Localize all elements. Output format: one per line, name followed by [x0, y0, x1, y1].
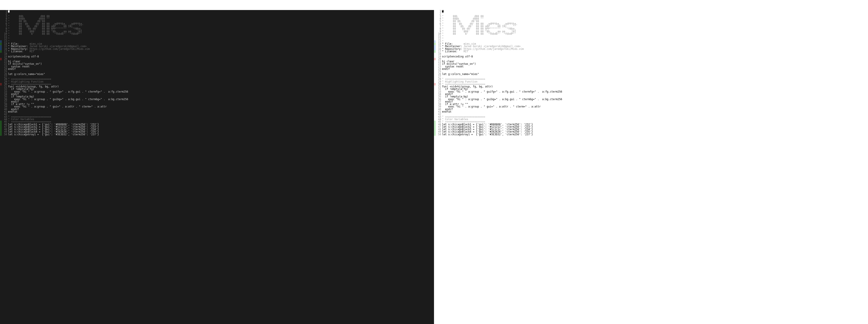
- code-line[interactable]: exec "hi " . a:group . " gui=" . a:attr …: [8, 105, 434, 108]
- code-line[interactable]: ": [8, 35, 434, 38]
- code-line[interactable]: hi clear: [8, 60, 434, 63]
- code-line[interactable]: " ==========================: [8, 83, 434, 86]
- left-pane[interactable]: 1234567891011121314151617181920212223242…: [0, 10, 434, 324]
- code-line[interactable]: fun! <sid>hi(group, fg, bg, attr): [442, 86, 868, 88]
- code-line[interactable]: " 888b d888 "": [8, 18, 434, 20]
- code-line[interactable]: ": [442, 40, 868, 43]
- code-line[interactable]: let g:colors_name="mies": [442, 73, 868, 75]
- sign-mod: [0, 48, 2, 50]
- code-line[interactable]: [8, 70, 434, 73]
- code-line[interactable]: endfun: [8, 110, 434, 113]
- sign-none: [0, 73, 2, 75]
- code-line[interactable]: " 88 `8' 88 88 `"Ybbd8"' `"YbbdP"': [8, 33, 434, 35]
- sign-none: [434, 53, 436, 55]
- sign-none: [434, 75, 436, 78]
- code-line[interactable]: hi clear: [442, 60, 868, 63]
- sign-none: [0, 103, 2, 105]
- code-line[interactable]: endif: [442, 68, 868, 70]
- code-line[interactable]: [442, 75, 868, 78]
- code-line[interactable]: endif: [8, 101, 434, 103]
- code-line[interactable]: endif: [442, 93, 868, 95]
- sign-add: [434, 123, 436, 126]
- code-line[interactable]: scriptencoding utf-8: [442, 56, 868, 58]
- code-line[interactable]: ": [442, 10, 868, 12]
- code-line[interactable]: " ==========================: [8, 78, 434, 80]
- code-line[interactable]: endif: [8, 93, 434, 95]
- sign-none: [0, 38, 2, 40]
- code-line[interactable]: let s:chicagoGray1 = {'gui': '#3E3D32', …: [442, 133, 868, 136]
- code-line[interactable]: ": [8, 10, 434, 12]
- code-line[interactable]: [8, 75, 434, 78]
- linenr: 50: [2, 133, 7, 136]
- sign-none: [434, 113, 436, 116]
- sign-none: [0, 35, 2, 38]
- sign-none: [434, 73, 436, 75]
- code-line[interactable]: " ==========================: [442, 78, 868, 80]
- code-line[interactable]: [442, 70, 868, 73]
- code-line[interactable]: [442, 58, 868, 60]
- code-line[interactable]: [442, 53, 868, 55]
- code-line[interactable]: " ==========================: [8, 116, 434, 118]
- sign-add: [0, 43, 2, 45]
- sign-none: [0, 20, 2, 23]
- sign-del: [434, 58, 436, 60]
- code-line[interactable]: " ==========================: [442, 83, 868, 86]
- code-line[interactable]: scriptencoding utf-8: [8, 56, 434, 58]
- code-line[interactable]: [8, 53, 434, 55]
- code-line[interactable]: ": [442, 12, 868, 15]
- sign-none: [0, 118, 2, 121]
- code-line[interactable]: " Color Variables: [442, 118, 868, 121]
- code-line[interactable]: " Highlighting Function: [8, 80, 434, 83]
- sign-none: [434, 116, 436, 118]
- code-line[interactable]: if exists("syntax_on"): [442, 63, 868, 65]
- linenr: 50: [436, 133, 441, 136]
- code-line[interactable]: if exists("syntax_on"): [8, 63, 434, 65]
- code-line[interactable]: syntax reset: [8, 65, 434, 68]
- code-line[interactable]: [8, 58, 434, 60]
- code-line[interactable]: " Repository: https://github.com/jaredgo…: [442, 48, 868, 50]
- code-line[interactable]: [442, 113, 868, 116]
- sign-none: [434, 108, 436, 110]
- code-line[interactable]: " Color Variables: [8, 118, 434, 121]
- code-line[interactable]: " Highlighting Function: [442, 80, 868, 83]
- code-line[interactable]: endif: [8, 68, 434, 70]
- sign-none: [0, 93, 2, 95]
- code-line[interactable]: endif: [442, 101, 868, 103]
- sign-none: [434, 65, 436, 68]
- sign-none: [434, 15, 436, 18]
- code-line[interactable]: let s:chicagoGray1 = {'gui': '#3E3D32', …: [8, 133, 434, 136]
- code-line[interactable]: ": [442, 35, 868, 38]
- right-pane[interactable]: 1234567891011121314151617181920212223242…: [434, 10, 868, 324]
- code-line[interactable]: syntax reset: [442, 65, 868, 68]
- right-code[interactable]: """ 88b d88 88" 888b d888 """ 88`8b d8'8…: [442, 10, 868, 324]
- left-code[interactable]: """ 88b d88 88" 888b d888 """ 88`8b d8'8…: [8, 10, 434, 324]
- code-line[interactable]: fun! <sid>hi(group, fg, bg, attr): [8, 86, 434, 88]
- code-line[interactable]: exec "hi " . a:group . " guibg=" . a:bg.…: [442, 98, 868, 101]
- code-line[interactable]: " Repository: https://github.com/jaredgo…: [8, 48, 434, 50]
- code-line[interactable]: ": [8, 12, 434, 15]
- sign-none: [0, 91, 2, 93]
- sign-add: [434, 131, 436, 133]
- code-line[interactable]: " ==========================: [442, 116, 868, 118]
- code-line[interactable]: " 88b d88 88: [442, 15, 868, 18]
- code-line[interactable]: " 888b d888 "": [442, 18, 868, 20]
- code-line[interactable]: exec "hi " . a:group . " guifg=" . a:fg.…: [8, 91, 434, 93]
- code-line[interactable]: endif: [442, 108, 868, 110]
- sign-mod: [434, 40, 436, 43]
- sign-none: [434, 18, 436, 20]
- sign-add: [434, 126, 436, 128]
- code-line[interactable]: endfun: [442, 110, 868, 113]
- code-line[interactable]: " 88b d88 88: [8, 15, 434, 18]
- code-line[interactable]: exec "hi " . a:group . " guibg=" . a:bg.…: [8, 98, 434, 101]
- code-line[interactable]: exec "hi " . a:group . " guifg=" . a:fg.…: [442, 91, 868, 93]
- code-line[interactable]: " License: MIT: [442, 50, 868, 53]
- code-line[interactable]: let g:colors_name="mies": [8, 73, 434, 75]
- code-line[interactable]: ": [8, 40, 434, 43]
- code-line[interactable]: exec "hi " . a:group . " gui=" . a:attr …: [442, 105, 868, 108]
- code-line[interactable]: [8, 113, 434, 116]
- code-line[interactable]: ": [442, 38, 868, 40]
- code-line[interactable]: " 88 `8' 88 88 `"Ybbd8"' `"YbbdP"': [442, 33, 868, 35]
- code-line[interactable]: " License: MIT: [8, 50, 434, 53]
- code-line[interactable]: ": [8, 38, 434, 40]
- code-line[interactable]: endif: [8, 108, 434, 110]
